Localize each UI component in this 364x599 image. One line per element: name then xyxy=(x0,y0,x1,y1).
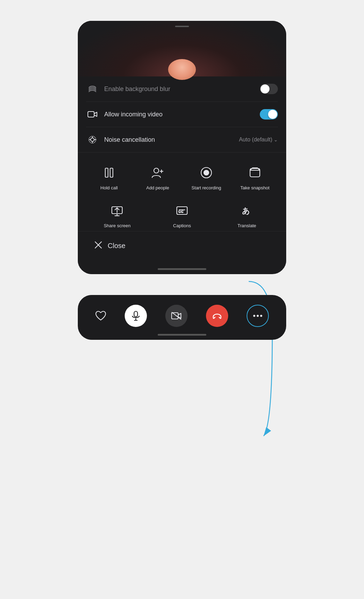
actions-section: Hold call Add people xyxy=(78,153,286,268)
chevron-down-icon: ⌄ xyxy=(274,137,278,142)
svg-point-35 xyxy=(260,315,262,317)
background-blur-toggle[interactable] xyxy=(260,84,278,94)
svg-rect-28 xyxy=(134,311,138,317)
svg-text:CC: CC xyxy=(178,210,184,214)
noise-cancellation-value: Auto (default) xyxy=(239,137,272,143)
close-row[interactable]: Close xyxy=(86,231,278,260)
add-people-label: Add people xyxy=(146,185,169,190)
end-call-circle xyxy=(206,305,228,327)
captions-button[interactable]: CC Captions xyxy=(151,199,213,231)
svg-rect-8 xyxy=(110,168,113,177)
home-indicator-top xyxy=(158,268,206,270)
video-off-button[interactable] xyxy=(165,305,188,327)
settings-section: Enable background blur Allow incoming vi… xyxy=(78,76,286,152)
translate-label: Translate xyxy=(238,223,256,228)
take-snapshot-button[interactable]: Take snapshot xyxy=(232,161,278,193)
actions-grid-row1: Hold call Add people xyxy=(86,161,278,193)
hold-call-label: Hold call xyxy=(100,185,118,190)
incoming-video-toggle[interactable] xyxy=(260,109,278,120)
settings-panel: Enable background blur Allow incoming vi… xyxy=(78,21,286,274)
svg-point-2 xyxy=(91,138,94,141)
captions-label: Captions xyxy=(173,223,191,228)
close-icon xyxy=(94,241,102,250)
svg-point-33 xyxy=(253,315,255,317)
avatar xyxy=(168,59,196,80)
actions-grid-row2: Share screen CC Captions xyxy=(86,199,278,231)
translate-icon: あ xyxy=(238,202,256,220)
add-people-button[interactable]: Add people xyxy=(135,161,181,193)
hold-call-button[interactable]: Hold call xyxy=(86,161,132,193)
share-screen-icon xyxy=(108,202,126,220)
more-options-button[interactable] xyxy=(247,305,269,327)
mic-circle xyxy=(125,305,147,327)
svg-line-32 xyxy=(172,312,181,319)
call-controls-bar xyxy=(78,295,286,334)
start-recording-label: Start recording xyxy=(191,185,221,190)
take-snapshot-label: Take snapshot xyxy=(240,185,270,190)
start-recording-icon xyxy=(197,164,215,182)
microphone-button[interactable] xyxy=(125,305,147,327)
captions-icon: CC xyxy=(173,202,191,220)
toggle-knob xyxy=(260,84,270,93)
noise-icon xyxy=(86,133,99,146)
svg-point-13 xyxy=(204,170,209,175)
svg-point-34 xyxy=(257,315,259,317)
blur-icon xyxy=(86,83,99,95)
reaction-button[interactable] xyxy=(95,311,106,321)
svg-rect-0 xyxy=(88,112,94,117)
noise-cancellation-row[interactable]: Noise cancellation Auto (default) ⌄ xyxy=(86,127,278,152)
svg-rect-14 xyxy=(250,169,260,177)
drag-handle[interactable] xyxy=(175,26,189,27)
video-circle xyxy=(165,305,188,327)
more-options-circle xyxy=(247,305,269,327)
blurred-background xyxy=(78,21,286,76)
toggle-knob-video xyxy=(268,110,277,119)
start-recording-button[interactable]: Start recording xyxy=(183,161,229,193)
call-controls-panel xyxy=(78,295,286,340)
incoming-video-label: Allow incoming video xyxy=(104,111,260,118)
noise-cancellation-label: Noise cancellation xyxy=(104,136,239,143)
svg-text:あ: あ xyxy=(242,206,250,215)
close-label: Close xyxy=(108,242,125,250)
video-icon xyxy=(86,108,99,121)
share-screen-label: Share screen xyxy=(104,223,131,228)
svg-rect-7 xyxy=(105,168,108,177)
hold-call-icon xyxy=(100,164,118,182)
translate-button[interactable]: あ Translate xyxy=(216,199,278,231)
end-call-button[interactable] xyxy=(206,305,228,327)
take-snapshot-icon xyxy=(246,164,264,182)
background-blur-row[interactable]: Enable background blur xyxy=(86,76,278,102)
svg-rect-31 xyxy=(172,313,178,319)
add-people-icon xyxy=(149,164,167,182)
home-indicator-bottom xyxy=(158,334,206,336)
background-blur-label: Enable background blur xyxy=(104,85,260,93)
incoming-video-row[interactable]: Allow incoming video xyxy=(86,102,278,127)
svg-point-9 xyxy=(154,168,159,173)
share-screen-button[interactable]: Share screen xyxy=(86,199,148,231)
